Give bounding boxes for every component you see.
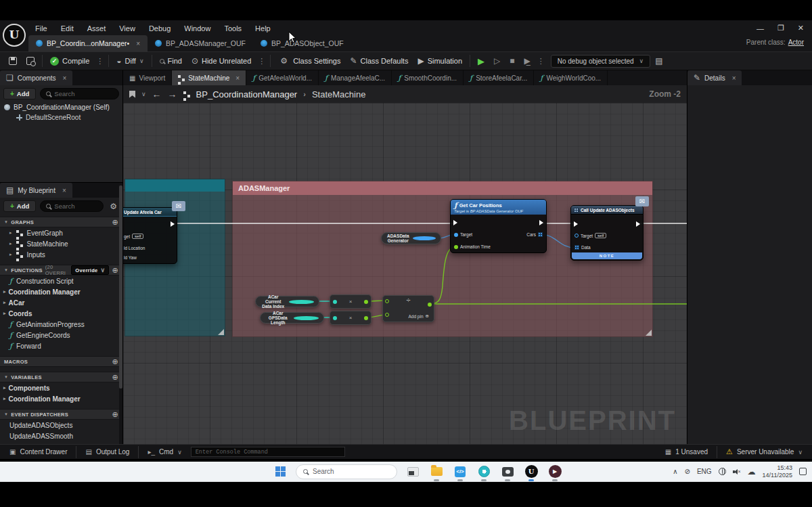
node-acar-gpsdata-length[interactable]: ACar GPSData Length — [260, 312, 324, 324]
self-value-box[interactable]: self — [132, 234, 143, 239]
macros-section-header[interactable]: MACROS⊕ — [0, 356, 122, 367]
eject-button[interactable]: ▶̲ — [520, 54, 535, 68]
weather-cloud-icon[interactable]: ☁ — [748, 467, 756, 477]
stop-button[interactable]: ■ — [505, 54, 519, 68]
menu-edit[interactable]: Edit — [54, 24, 81, 32]
close-tab-icon[interactable]: × — [136, 40, 140, 47]
restore-icon[interactable]: ❐ — [777, 24, 784, 32]
language-indicator[interactable]: ENG — [697, 468, 712, 475]
exec-out-pin[interactable] — [539, 220, 543, 225]
menu-help[interactable]: Help — [248, 24, 277, 32]
forward-icon[interactable]: → — [168, 89, 177, 99]
browse-button[interactable] — [22, 55, 39, 67]
asset-tab-adasmanager[interactable]: BP_ADASManager_OUF — [148, 35, 253, 51]
functions-section-header[interactable]: ▼FUNCTIONS(20 OVERRIOverride∨⊕ — [0, 265, 122, 275]
function-category-acar[interactable]: ▸ACar — [0, 297, 122, 308]
hide-unrelated-options-icon[interactable]: ⋮ — [256, 57, 267, 66]
menu-debug[interactable]: Debug — [142, 24, 177, 32]
close-tab-icon[interactable]: × — [235, 74, 240, 82]
chevron-down-icon[interactable]: ∨ — [141, 91, 146, 97]
taskbar-app-teal[interactable] — [476, 464, 492, 480]
components-search-input[interactable] — [54, 90, 113, 97]
menu-tools[interactable]: Tools — [217, 24, 248, 32]
float-in-pin-2[interactable] — [385, 313, 389, 317]
component-row-scene-root[interactable]: DefaultSceneRoot — [0, 112, 122, 123]
unsaved-button[interactable]: ▦1 Unsaved — [659, 447, 714, 457]
dispatcher-row-updateadasobjects[interactable]: UpdateADASObjects — [0, 420, 122, 431]
function-category-coordination-manager[interactable]: ▸Coordination Manager — [0, 286, 122, 297]
tab-smoothcoordin[interactable]: ƒSmoothCoordin... — [392, 70, 464, 85]
class-settings-button[interactable]: ⚙Class Settings — [273, 54, 345, 68]
tab-viewport[interactable]: ▦Viewport — [123, 70, 172, 85]
components-search[interactable] — [40, 88, 119, 100]
tab-getafeelaworld[interactable]: ƒGetAfeelaWorld... — [246, 70, 319, 85]
simulation-button[interactable]: ▶Simulation — [413, 54, 467, 68]
network-globe-icon[interactable] — [719, 468, 726, 475]
variable-category-coordination-manager[interactable]: ▸Coordination Manager — [0, 393, 122, 404]
cars-array-pin[interactable] — [538, 232, 543, 237]
find-button[interactable]: Find — [155, 55, 187, 67]
target-pin[interactable] — [454, 233, 458, 237]
tab-weighworldcoo[interactable]: ƒWeighWorldCoo... — [534, 70, 608, 85]
scrollbar[interactable] — [119, 183, 122, 444]
console-command-input[interactable] — [196, 449, 340, 456]
components-tab[interactable]: ❏ Components × — [0, 70, 72, 85]
diff-button[interactable]: ◒Diff∨ — [112, 54, 148, 68]
exec-out-pin[interactable] — [171, 221, 175, 227]
node-adasdata-generator[interactable]: ADASData Generator — [381, 232, 441, 244]
compile-button[interactable]: ✓Compile — [45, 55, 94, 68]
volume-muted-icon[interactable]: × — [733, 468, 741, 475]
graph-row-statemachine[interactable]: ▸StateMachine — [0, 238, 122, 249]
content-drawer-button[interactable]: ▣Content Drawer — [3, 447, 73, 457]
node-acar-current-data-index[interactable]: ACar Current Data Index — [255, 296, 319, 307]
taskbar-app-unreal[interactable]: U — [523, 464, 539, 480]
tab-statemachine[interactable]: StateMachine× — [172, 70, 246, 85]
bookmark-icon[interactable] — [129, 91, 135, 98]
save-button[interactable] — [4, 55, 22, 67]
event-dispatchers-section-header[interactable]: ▼EVENT DISPATCHERS⊕ — [0, 409, 122, 420]
breadcrumb-current[interactable]: StateMachine — [312, 89, 366, 100]
graphs-section-header[interactable]: ▼GRAPHS⊕ — [0, 217, 122, 227]
settings-gear-icon[interactable]: ⚙ — [108, 202, 119, 211]
clock[interactable]: 15:43 14/11/2025 — [763, 464, 792, 479]
add-function-icon[interactable]: ⊕ — [112, 266, 118, 275]
play-options-icon[interactable]: ⋮ — [535, 57, 547, 66]
graph-canvas[interactable]: ADASManager — [123, 103, 687, 444]
exec-out-pin[interactable] — [636, 221, 640, 227]
add-pin-button[interactable]: Add pin⊕ — [409, 313, 430, 319]
menu-asset[interactable]: Asset — [81, 24, 113, 32]
add-graph-icon[interactable]: ⊕ — [112, 218, 118, 227]
hide-unrelated-button[interactable]: ⊙Hide Unrelated — [187, 54, 256, 68]
close-icon[interactable]: ✕ — [798, 24, 804, 32]
exec-in-pin[interactable] — [574, 221, 578, 227]
add-variable-icon[interactable]: ⊕ — [112, 373, 118, 382]
node-divide[interactable]: ÷ Add pin⊕ — [382, 295, 434, 322]
menu-view[interactable]: View — [112, 24, 142, 32]
object-out-pin[interactable] — [413, 236, 436, 240]
focus-assist-icon[interactable]: ⊘ — [685, 468, 690, 475]
override-dropdown[interactable]: Override∨ — [71, 265, 109, 275]
tray-chevron-up-icon[interactable]: ∧ — [673, 468, 677, 475]
output-log-button[interactable]: ▤Output Log — [79, 447, 135, 457]
dispatcher-row-updateadassmooth[interactable]: UpdateADASSmooth — [0, 431, 122, 441]
add-component-button[interactable]: +Add — [3, 88, 36, 100]
compile-options-icon[interactable]: ⋮ — [94, 57, 106, 66]
function-category-coords[interactable]: ▸Coords — [0, 308, 122, 319]
component-row-root[interactable]: BP_CoordinationManager (Self) — [0, 102, 122, 112]
taskbar-app-media-player[interactable]: ▶ — [547, 464, 563, 480]
taskbar-app-vscode[interactable]: </> — [452, 464, 468, 480]
frame-skip-button[interactable]: ▷ — [489, 54, 505, 68]
graph-row-eventgraph[interactable]: ▸EventGraph — [0, 227, 122, 238]
taskbar-app-desktop[interactable] — [405, 464, 421, 480]
asset-tab-adasobject[interactable]: BP_ADASObject_OUF — [253, 35, 351, 51]
note-bar[interactable]: NOTE — [572, 252, 642, 259]
int-in-pin[interactable] — [333, 300, 337, 304]
menu-file[interactable]: File — [28, 24, 54, 32]
float-out-pin[interactable] — [364, 300, 368, 304]
close-tab-icon[interactable]: × — [732, 74, 736, 82]
close-tab-icon[interactable]: × — [62, 74, 66, 82]
node-call-update-adasobjects[interactable]: Call Update ADASObjects ✉ Targetself Dat… — [570, 205, 644, 261]
node-get-car-positions[interactable]: ƒGet Car Positions Target is BP ADASData… — [450, 199, 547, 253]
cmd-dropdown[interactable]: ▸_Cmd∨ — [141, 447, 187, 457]
int-out-pin[interactable] — [289, 300, 315, 304]
